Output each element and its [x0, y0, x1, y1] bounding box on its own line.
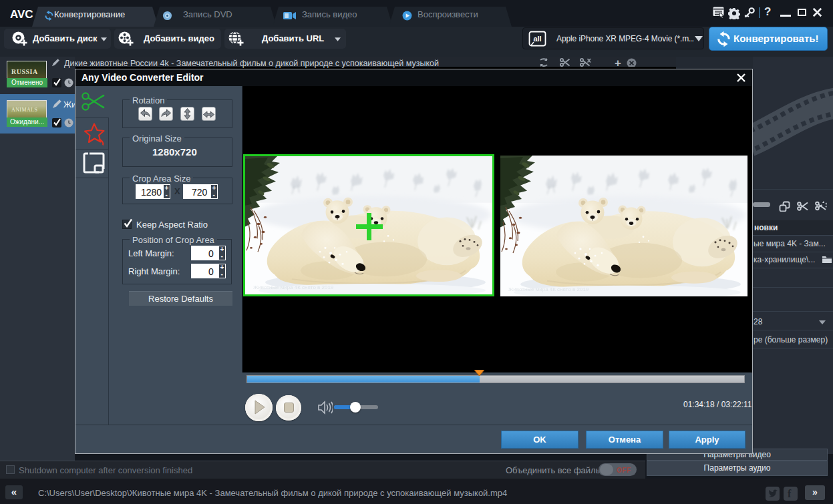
svg-text:all: all — [533, 35, 541, 43]
